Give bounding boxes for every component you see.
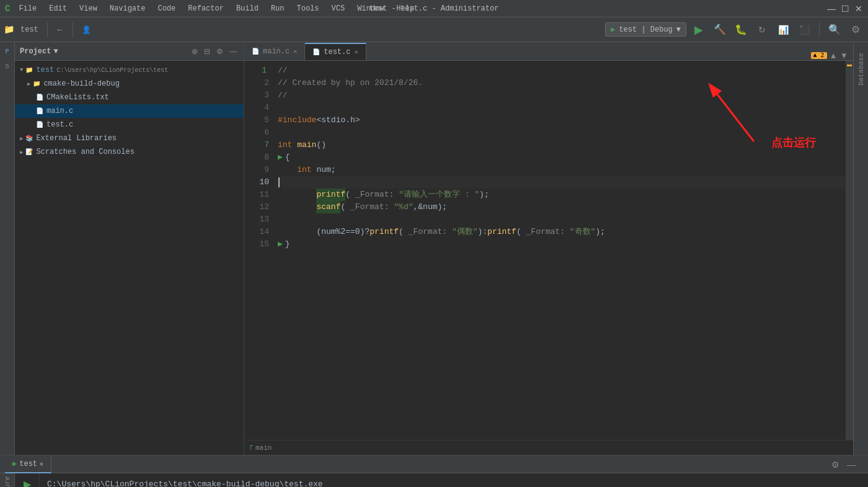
run-config-chevron: ▼ [676,25,681,34]
c-file-tab-icon2: 📄 [312,48,320,56]
tree-item-cmakelists[interactable]: 📄 CMakeLists.txt [15,91,244,104]
code-container: 1 2 3 4 5 6 7 8 9 10 11 12 13 14 15 // [244,61,853,440]
tree-item-test-c[interactable]: 📄 test.c [15,118,244,132]
project-panel-title: Project ▼ [20,47,58,56]
stop-button[interactable]: ⬛ [795,21,813,38]
app-icon: C [5,4,10,14]
settings-button[interactable]: ⚙ [847,21,864,38]
run-toolbar: ▶ ↑ ↓ ↻ ⬛ 🗑 ⊟ 📌 [15,473,40,487]
run-button[interactable]: ▶ [690,21,707,38]
debug-button[interactable]: 🐛 [732,21,750,38]
menu-edit[interactable]: Edit [45,3,71,14]
project-panel-chevron[interactable]: ▼ [53,47,58,56]
cmake-file-icon: 📄 [35,92,45,102]
code-line-14: (num%2==0)?printf( _Format: "偶数"):printf… [278,226,846,238]
run-exe-path: C:\Users\hp\CLionProjects\test\cmake-bui… [47,478,861,487]
tree-item-test-project[interactable]: ▼ 📁 test C:\Users\hp\CLionProjects\test [15,63,244,77]
run-tab-close[interactable]: ✕ [40,460,43,468]
tree-item-label: test [36,66,54,74]
menu-navigate[interactable]: Navigate [106,3,149,14]
chevron-right-icon2: ▶ [20,135,23,142]
sidebar-structure-icon[interactable]: S [1,60,14,73]
search-button[interactable]: 🔍 [826,21,843,38]
menu-vcs[interactable]: VCS [328,3,349,14]
toolbar-project-label[interactable]: test [17,23,42,37]
tab-test-c[interactable]: 📄 test.c ✕ [305,43,366,60]
code-line-2: // Created by hp on 2021/8/26. [278,77,846,89]
collapse-all-button[interactable]: ⊟ [202,46,212,57]
tree-item-path: C:\Users\hp\CLionProjects\test [56,67,168,74]
toolbar-back[interactable]: ← [53,23,68,37]
warning-marker [847,65,852,66]
code-line-8: ▶{ [278,151,846,164]
run-settings-button[interactable]: ⚙ [829,458,842,471]
code-line-6 [278,127,846,139]
right-sidebar-icons: Database [853,42,868,455]
tab-close-icon[interactable]: ✕ [293,48,297,55]
tab-close-icon2[interactable]: ✕ [354,48,358,56]
run-tab[interactable]: ▶ test ✕ [5,456,51,473]
warning-up-button[interactable]: ▲ [830,51,838,60]
project-panel-label: Project [20,47,51,56]
menu-run[interactable]: Run [267,3,288,14]
tab-label: main.c [263,47,290,56]
folder-icon: 📁 [24,65,34,75]
breadcrumb-icon: ƒ [249,444,253,451]
chevron-down-icon: ▼ [20,67,23,73]
close-button[interactable]: ✕ [854,4,863,13]
warning-down-button[interactable]: ▼ [840,51,848,60]
sidebar-project-icon[interactable]: P [1,45,14,58]
locate-file-button[interactable]: ⊕ [190,46,200,57]
tree-item-main-c[interactable]: 📄 main.c [15,104,244,118]
toolbar-separator2 [73,22,73,37]
menu-build[interactable]: Build [232,3,262,14]
toolbar-separator [47,22,48,37]
code-line-9: int num; [278,164,846,176]
panel-settings-button[interactable]: ⚙ [215,46,225,57]
sidebar-database-icon[interactable]: Database [854,45,869,94]
coverage-button[interactable]: 📊 [774,21,792,38]
panel-hide-button[interactable]: — [228,46,239,57]
menu-view[interactable]: View [76,3,101,14]
menu-tools[interactable]: Tools [293,3,323,14]
menu-file[interactable]: File [15,3,40,14]
tree-item-cmake-build[interactable]: ▶ 📁 cmake-build-debug [15,77,244,91]
build-button[interactable]: 🔨 [711,21,728,38]
bottom-panel-tabs: ▶ test ✕ ⚙ — [0,456,868,473]
run-configuration[interactable]: ▶ test | Debug ▼ [605,22,686,37]
breadcrumb: ƒ main [244,440,853,455]
tree-item-label: Scratches and Consoles [36,148,134,156]
titlebar-title: test - test.c - Administrator [370,4,499,13]
editor-top-right: ▲ 2 ▲ ▼ [811,51,853,60]
tree-item-ext-libs[interactable]: ▶ 📚 External Libraries [15,132,244,145]
run-minimize-button[interactable]: — [844,458,858,471]
file-panel: Project ▼ ⊕ ⊟ ⚙ — ▼ 📁 test C:\Users\hp\C… [15,42,244,455]
run-play-button[interactable]: ▶ [19,477,36,487]
titlebar-left: C File Edit View Navigate Code Refactor … [5,3,418,14]
warning-badge: ▲ 2 [811,52,827,59]
library-icon: 📚 [24,133,34,143]
minimize-button[interactable]: — [827,4,836,13]
file-panel-header: Project ▼ ⊕ ⊟ ⚙ — [15,42,244,61]
tree-item-scratches[interactable]: ▶ 📝 Scratches and Consoles [15,145,244,159]
tab-main-c[interactable]: 📄 main.c ✕ [244,43,305,60]
reload-button[interactable]: ↻ [753,21,771,38]
run-panel-actions: ⚙ — [829,458,863,471]
menu-code[interactable]: Code [154,3,179,14]
chevron-right-icon3: ▶ [20,149,23,156]
editor-area: 📄 main.c ✕ 📄 test.c ✕ ▲ 2 ▲ ▼ 1 2 3 [244,42,853,455]
code-line-11: printf( _Format: "请输入一个数字 : "); [278,189,846,201]
tab-label: test.c [324,48,350,56]
toolbar-user[interactable]: 👤 [78,23,95,37]
maximize-button[interactable]: ☐ [841,4,849,13]
code-editor[interactable]: // // Created by hp on 2021/8/26. // #in… [274,61,846,440]
run-side-structure[interactable]: Structure [0,476,15,487]
code-line-4 [278,102,846,114]
scrollbar[interactable] [846,61,853,440]
titlebar: C File Edit View Navigate Code Refactor … [0,0,868,17]
c-file-icon: 📄 [35,106,45,116]
run-config-icon: ▶ [611,25,615,34]
scratch-icon: 📝 [24,147,34,157]
tree-item-label: main.c [46,107,73,115]
menu-refactor[interactable]: Refactor [184,3,228,14]
